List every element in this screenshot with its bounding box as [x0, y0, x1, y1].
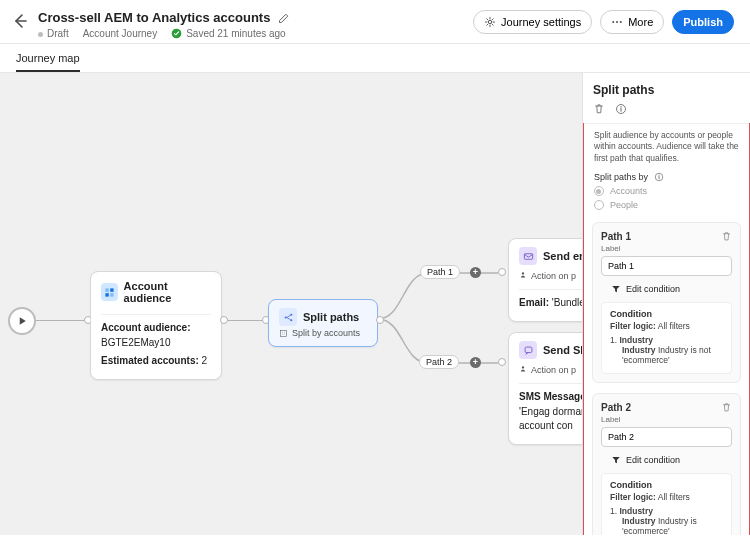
delete-node-button[interactable] [593, 103, 605, 115]
audience-icon [101, 283, 118, 301]
add-node-path2[interactable]: + [470, 357, 481, 368]
action-icon [519, 341, 537, 359]
subtitle: Account Journey [83, 28, 158, 39]
edit-condition-path1[interactable]: Edit condition [593, 282, 740, 302]
gear-icon [484, 16, 496, 28]
edge [36, 320, 86, 321]
condition-summary-path1: Condition Filter logic: All filters 1. I… [601, 302, 732, 374]
split-paths-by-label: Split paths by [584, 168, 749, 184]
port [220, 316, 228, 324]
start-node[interactable] [8, 307, 36, 335]
radio-people[interactable]: People [584, 198, 749, 212]
port [498, 358, 506, 366]
panel-title: Split paths [583, 73, 750, 103]
svg-rect-15 [525, 347, 532, 353]
node-account-audience[interactable]: Account audience Account audience: BGTE2… [90, 271, 222, 380]
svg-rect-13 [524, 253, 532, 259]
path2-name: Path 2 [601, 402, 721, 413]
check-circle-icon [171, 28, 182, 39]
trash-icon [721, 402, 732, 413]
svg-point-3 [616, 21, 618, 23]
svg-point-9 [284, 316, 286, 318]
pencil-icon [278, 12, 290, 24]
edge [228, 320, 264, 321]
path1-label-input[interactable] [601, 256, 732, 276]
chip-path2: Path 2 [419, 355, 459, 369]
person-icon [519, 271, 527, 279]
svg-rect-7 [105, 293, 108, 296]
svg-rect-6 [110, 288, 113, 291]
svg-point-14 [522, 272, 524, 274]
svg-point-1 [488, 20, 491, 23]
edit-title-button[interactable] [278, 12, 290, 24]
page-title: Cross-sell AEM to Analytics accounts [38, 10, 270, 25]
port [376, 316, 384, 324]
building-icon [279, 329, 288, 338]
svg-rect-12 [281, 330, 287, 336]
info-icon [615, 103, 627, 115]
journey-settings-button[interactable]: Journey settings [473, 10, 592, 34]
radio-accounts[interactable]: Accounts [584, 184, 749, 198]
panel-description: Split audience by accounts or people wit… [584, 123, 749, 168]
condition-summary-path2: Condition Filter logic: All filters 1. I… [601, 473, 732, 535]
more-icon [611, 16, 623, 28]
port [498, 268, 506, 276]
delete-path2-button[interactable] [721, 402, 732, 413]
arrow-left-icon [12, 13, 28, 29]
side-panel-split-paths: Split paths Split audience by accounts o… [582, 73, 750, 535]
path-card-1: Path 1 Label Edit condition Condition Fi… [592, 222, 741, 383]
trash-icon [593, 103, 605, 115]
action-icon [519, 247, 537, 265]
delete-path1-button[interactable] [721, 231, 732, 242]
path2-label-input[interactable] [601, 427, 732, 447]
publish-button[interactable]: Publish [672, 10, 734, 34]
split-icon [279, 308, 297, 326]
add-node-path1[interactable]: + [470, 267, 481, 278]
edit-condition-path2[interactable]: Edit condition [593, 453, 740, 473]
status-draft: Draft [38, 28, 69, 39]
info-button[interactable] [615, 103, 627, 115]
trash-icon [721, 231, 732, 242]
svg-rect-8 [110, 293, 113, 296]
node-split-paths[interactable]: Split paths Split by accounts [268, 299, 378, 347]
filter-icon [611, 455, 621, 465]
svg-point-2 [612, 21, 614, 23]
filter-icon [611, 284, 621, 294]
info-icon [654, 172, 664, 182]
svg-point-16 [522, 366, 524, 368]
tab-journey-map[interactable]: Journey map [16, 44, 80, 72]
back-button[interactable] [12, 13, 28, 29]
chip-path1: Path 1 [420, 265, 460, 279]
svg-point-4 [620, 21, 622, 23]
path1-name: Path 1 [601, 231, 721, 242]
person-icon [519, 365, 527, 373]
more-button[interactable]: More [600, 10, 664, 34]
svg-rect-5 [105, 288, 108, 291]
saved-indicator: Saved 21 minutes ago [171, 28, 286, 39]
play-icon [16, 315, 28, 327]
path-card-2: Path 2 Label Edit condition Condition Fi… [592, 393, 741, 535]
